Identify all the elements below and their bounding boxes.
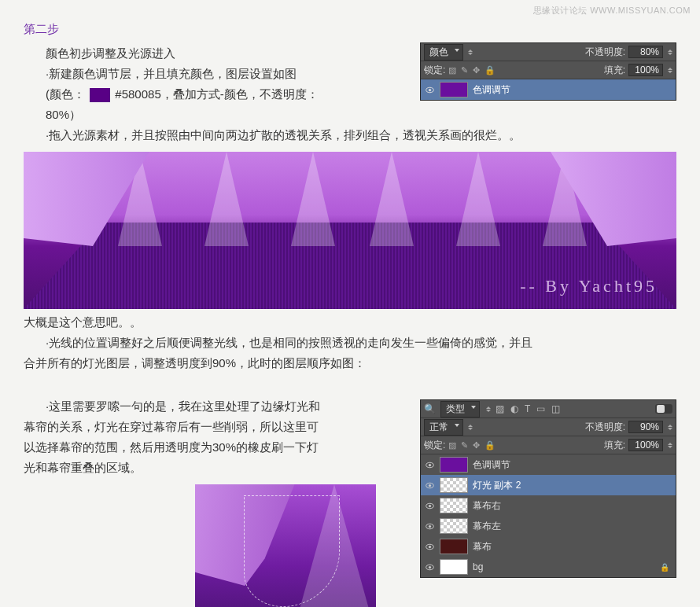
stage-illustration: -- By Yacht95 bbox=[24, 152, 676, 309]
filter-image-icon[interactable]: ▨ bbox=[496, 403, 504, 414]
blend-mode-dropdown[interactable]: 正常 bbox=[424, 419, 463, 436]
filter-toggle[interactable] bbox=[655, 404, 672, 414]
lock-label: 锁定: bbox=[424, 64, 445, 77]
opacity-label: 不透明度: bbox=[585, 46, 625, 59]
text: (颜色： bbox=[46, 87, 85, 101]
layer-row[interactable]: bg🔒 bbox=[421, 557, 676, 577]
visibility-eye-icon[interactable] bbox=[424, 480, 435, 491]
svg-point-7 bbox=[428, 504, 430, 506]
visibility-eye-icon[interactable] bbox=[424, 84, 435, 95]
svg-point-13 bbox=[428, 565, 430, 568]
text-line: 以选择幕帘的范围，然后用透明度为30%的橡皮刷一下灯 bbox=[24, 437, 417, 458]
layer-thumbnail[interactable] bbox=[440, 559, 468, 575]
visibility-eye-icon[interactable] bbox=[424, 541, 435, 552]
fill-value[interactable]: 100% bbox=[628, 439, 663, 451]
layer-name-label: bg bbox=[473, 561, 483, 572]
lock-image-icon[interactable]: ▨ bbox=[448, 440, 456, 451]
layer-thumbnail[interactable] bbox=[440, 457, 468, 473]
stepper-icon[interactable] bbox=[668, 68, 672, 73]
watermark: 思缘设计论坛 WWW.MISSYUAN.COM bbox=[533, 5, 691, 17]
filter-shape-icon[interactable]: ▭ bbox=[536, 403, 545, 414]
fill-label: 填充: bbox=[604, 439, 625, 452]
layer-thumbnail[interactable] bbox=[440, 498, 468, 513]
layer-row[interactable]: 幕布左 bbox=[421, 516, 676, 536]
layer-row[interactable]: 幕布 bbox=[421, 536, 676, 557]
svg-point-11 bbox=[428, 545, 430, 547]
lock-move-icon[interactable]: ✥ bbox=[473, 65, 480, 75]
svg-point-5 bbox=[428, 484, 430, 486]
stepper-icon[interactable] bbox=[668, 425, 672, 430]
svg-point-9 bbox=[428, 524, 430, 527]
layer-name-label: 幕布 bbox=[473, 540, 492, 554]
lock-move-icon[interactable]: ✥ bbox=[473, 440, 480, 451]
ps-layers-panel-small: 颜色 不透明度: 80% 锁定: ▨ ✎ ✥ 🔒 填充: 100% 色调调节 bbox=[420, 42, 676, 101]
stepper-icon[interactable] bbox=[468, 425, 473, 430]
layers-list: 色调调节灯光 副本 2幕布右幕布左幕布bg🔒 bbox=[421, 454, 676, 577]
filter-adjust-icon[interactable]: ◐ bbox=[510, 403, 518, 414]
text-line: ·光线的位置调整好之后顺便调整光线，也是相同的按照透视的走向发生一些偏倚的感觉，… bbox=[24, 333, 684, 353]
lock-label: 锁定: bbox=[424, 439, 445, 452]
lock-image-icon[interactable]: ▨ bbox=[448, 65, 456, 75]
fill-value[interactable]: 100% bbox=[628, 64, 663, 76]
opacity-value[interactable]: 80% bbox=[628, 46, 663, 58]
ps-layers-panel-big: 🔍 类型 ▨ ◐ T ▭ ◫ 正常 不透明度: 90% 锁定: ▨ ✎ ✥ 🔒 … bbox=[420, 399, 676, 578]
layer-row[interactable]: 色调调节 bbox=[421, 454, 676, 475]
layer-name-label: 灯光 副本 2 bbox=[473, 479, 521, 492]
text-line: 幕帘的关系，灯光在穿过幕帘后有一些削弱，所以这里可 bbox=[24, 417, 417, 437]
text-line: 大概是这个意思吧。。 bbox=[24, 312, 684, 333]
lock-all-icon[interactable]: 🔒 bbox=[484, 440, 496, 451]
layer-row[interactable]: 幕布右 bbox=[421, 495, 676, 516]
stepper-icon[interactable] bbox=[668, 443, 672, 448]
visibility-eye-icon[interactable] bbox=[424, 521, 435, 532]
text: #580085，叠加方式-颜色，不透明度： bbox=[115, 87, 318, 101]
search-icon[interactable]: 🔍 bbox=[424, 403, 436, 414]
stepper-icon[interactable] bbox=[468, 50, 473, 55]
text-line: ·这里需要罗嗦一句的是，我在这里处理了边缘灯光和 bbox=[24, 396, 417, 417]
text-line: 光和幕帘重叠的区域。 bbox=[24, 458, 417, 478]
layer-name-label: 幕布左 bbox=[473, 520, 501, 533]
fill-label: 填充: bbox=[604, 64, 625, 77]
lock-icons-row[interactable]: ▨ ✎ ✥ 🔒 bbox=[448, 440, 496, 451]
layer-row[interactable]: 色调调节 bbox=[421, 79, 676, 100]
intro-line: 80%） bbox=[46, 105, 684, 125]
svg-point-1 bbox=[428, 88, 430, 90]
filter-type-icon[interactable]: T bbox=[525, 403, 530, 414]
color-swatch bbox=[90, 88, 110, 102]
layer-thumbnail[interactable] bbox=[440, 518, 468, 534]
lock-brush-icon[interactable]: ✎ bbox=[461, 440, 468, 451]
stepper-icon[interactable] bbox=[668, 50, 672, 55]
opacity-value[interactable]: 90% bbox=[628, 421, 663, 433]
text-line: 合并所有的灯光图层，调整透明度到90%，此时的图层顺序如图： bbox=[24, 353, 684, 373]
byline-text: -- By Yacht95 bbox=[520, 276, 658, 296]
opacity-label: 不透明度: bbox=[585, 421, 625, 434]
visibility-eye-icon[interactable] bbox=[424, 561, 435, 572]
visibility-eye-icon[interactable] bbox=[424, 459, 435, 470]
blend-mode-dropdown[interactable]: 颜色 bbox=[424, 44, 463, 61]
layer-thumbnail[interactable] bbox=[440, 82, 468, 97]
lock-brush-icon[interactable]: ✎ bbox=[461, 65, 468, 75]
visibility-eye-icon[interactable] bbox=[424, 500, 435, 511]
mid-block: 大概是这个意思吧。。 ·光线的位置调整好之后顺便调整光线，也是相同的按照透视的走… bbox=[0, 309, 700, 373]
layer-name-label: 幕布右 bbox=[473, 499, 501, 513]
lock-all-icon[interactable]: 🔒 bbox=[484, 65, 496, 75]
stepper-icon[interactable] bbox=[486, 407, 491, 412]
layer-name-label: 色调调节 bbox=[473, 83, 510, 97]
type-filter-dropdown[interactable]: 类型 bbox=[440, 401, 480, 418]
lock-icon: 🔒 bbox=[660, 563, 669, 572]
bottom-text-block: ·这里需要罗嗦一句的是，我在这里处理了边缘灯光和 幕帘的关系，灯光在穿过幕帘后有… bbox=[24, 396, 417, 607]
intro-line: ·拖入光源素材，并且按照由中间向两边扩散的透视关系，排列组合，透视关系画的很烂。… bbox=[46, 125, 684, 145]
svg-point-3 bbox=[428, 463, 430, 465]
lock-icons-row[interactable]: ▨ ✎ ✥ 🔒 bbox=[448, 65, 496, 75]
filter-smart-icon[interactable]: ◫ bbox=[551, 403, 560, 414]
layer-thumbnail[interactable] bbox=[440, 477, 468, 493]
layer-row[interactable]: 灯光 副本 2 bbox=[421, 475, 676, 495]
mini-stage-illustration bbox=[195, 484, 376, 607]
layer-name-label: 色调调节 bbox=[473, 458, 510, 472]
layer-thumbnail[interactable] bbox=[440, 539, 468, 554]
